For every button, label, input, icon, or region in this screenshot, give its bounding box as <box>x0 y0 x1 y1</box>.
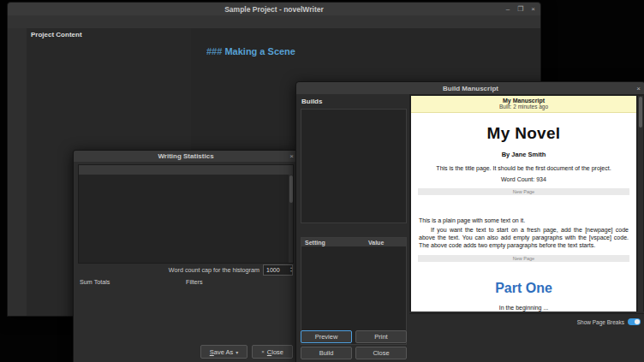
close-icon[interactable]: × <box>289 152 294 160</box>
banner-build-time: Built: 2 minutes ago <box>411 104 636 110</box>
spinner-arrows-icon[interactable]: ▴▾ <box>290 266 292 273</box>
show-page-breaks-label: Show Page Breaks <box>577 319 624 325</box>
build-button[interactable]: Build <box>301 347 352 359</box>
preview-page: My Manuscript Built: 2 minutes ago My No… <box>411 96 636 312</box>
banner-build-name: My Manuscript <box>411 98 636 104</box>
builds-header: Builds <box>301 98 404 105</box>
sessions-table <box>78 164 294 264</box>
sum-totals-group: Sum Totals <box>80 278 181 345</box>
close-icon[interactable]: × <box>636 85 641 92</box>
close-button[interactable]: ×Close <box>252 345 293 359</box>
build-titlebar[interactable]: Build Manuscript × <box>296 82 644 94</box>
close-x-icon: × <box>261 349 265 354</box>
close-icon[interactable]: × <box>531 5 535 13</box>
show-page-breaks-toggle[interactable] <box>628 318 641 325</box>
novel-byline: By Jane Smith <box>411 151 636 158</box>
sum-totals-title: Sum Totals <box>80 278 181 286</box>
part-subtitle: In the beginning ... <box>411 305 636 311</box>
title-page-paragraph: This is the title page. It should be the… <box>411 165 636 171</box>
build-settings-table: Setting Value <box>301 237 407 345</box>
stats-dialog-title: Writing Statistics <box>158 152 213 160</box>
stats-titlebar[interactable]: Writing Statistics × <box>74 151 298 162</box>
word-count-cap-label: Word count cap for the histogram <box>169 266 259 274</box>
left-toolbar <box>8 28 27 316</box>
build-window-title: Build Manuscript <box>443 85 498 92</box>
close-button[interactable]: Close <box>355 347 407 359</box>
part-heading: Part One <box>411 281 636 296</box>
value-col-header[interactable]: Value <box>367 240 406 246</box>
save-as-button[interactable]: Save As▾ <box>200 345 248 359</box>
word-count-cap-input[interactable]: 1000▴▾ <box>263 264 293 276</box>
writing-statistics-dialog: Writing Statistics × Word count cap for … <box>73 150 299 362</box>
menu-bar <box>8 15 540 29</box>
dropdown-arrow-icon: ▾ <box>236 349 238 355</box>
new-page-separator: New Page <box>418 255 629 262</box>
plain-page-paragraph-2: If you want the text to start on a fresh… <box>419 226 629 249</box>
novel-title: My Novel <box>411 124 636 143</box>
window-title: Sample Project - novelWriter <box>224 5 324 14</box>
plain-page-paragraph-1: This is a plain page with some text on i… <box>419 217 629 223</box>
build-manuscript-window: Build Manuscript × Builds Setting Value … <box>295 81 644 362</box>
print-button[interactable]: Print <box>355 330 407 343</box>
preview-scrollbar[interactable] <box>638 96 643 312</box>
new-page-separator: New Page <box>418 188 629 195</box>
sessions-table-header[interactable] <box>79 165 293 175</box>
project-panel-title: Project Content <box>31 31 187 39</box>
build-info-banner: My Manuscript Built: 2 minutes ago <box>411 96 636 113</box>
settings-col-header[interactable]: Setting <box>301 240 367 246</box>
project-panel-header: Project Content <box>27 28 191 40</box>
preview-button[interactable]: Preview <box>301 330 352 343</box>
desktop: Sample Project - novelWriter – ❐ × Proje… <box>0 0 644 362</box>
filters-title: Filters <box>186 278 294 286</box>
filters-group: Filters <box>186 278 294 345</box>
builds-list <box>301 109 407 223</box>
scene-heading: ### Making a Scene <box>206 46 539 56</box>
manuscript-preview: My Manuscript Built: 2 minutes ago My No… <box>409 94 644 312</box>
word-count-cap-row: Word count cap for the histogram 1000▴▾ <box>169 264 293 275</box>
maximize-icon[interactable]: ❐ <box>517 5 523 13</box>
main-titlebar[interactable]: Sample Project - novelWriter – ❐ × <box>8 3 540 15</box>
word-count-line: Word Count: 934 <box>411 176 636 182</box>
minimize-icon[interactable]: – <box>506 5 510 13</box>
build-stats-footer: Show Page Breaks <box>409 313 644 362</box>
build-sidebar: Builds Setting Value Preview Print Build… <box>296 94 409 362</box>
table-scrollbar[interactable] <box>289 175 293 263</box>
editor-header <box>191 28 540 40</box>
